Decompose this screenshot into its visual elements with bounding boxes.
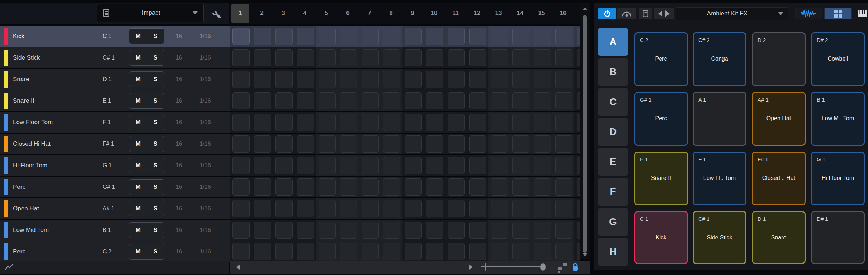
step-cell[interactable] <box>577 243 580 260</box>
mute-button[interactable]: M <box>129 201 147 216</box>
track-length[interactable]: 16 <box>171 90 187 111</box>
track-length[interactable]: 16 <box>171 241 187 262</box>
previous-preset-icon[interactable] <box>658 10 662 17</box>
step-cell[interactable] <box>340 178 357 196</box>
track-rate[interactable]: 1/16 <box>195 26 216 47</box>
step-cell[interactable] <box>275 28 293 45</box>
step-cell[interactable] <box>555 222 572 239</box>
step-cell[interactable] <box>469 200 486 217</box>
step-cell[interactable] <box>340 157 357 174</box>
step-cell[interactable] <box>555 114 572 131</box>
track-row[interactable]: KickC 1MS161/16 <box>0 26 230 47</box>
step-number-9[interactable]: 9 <box>402 3 423 24</box>
bank-button-H[interactable]: H <box>598 238 628 266</box>
step-cell[interactable] <box>254 28 271 45</box>
step-cell[interactable] <box>577 135 580 153</box>
step-number-2[interactable]: 2 <box>251 3 273 24</box>
track-length[interactable]: 16 <box>171 198 187 219</box>
step-cell[interactable] <box>232 71 250 88</box>
step-number-16[interactable]: 16 <box>552 3 574 24</box>
step-cell[interactable] <box>577 92 580 109</box>
track-rate[interactable]: 1/16 <box>195 220 216 241</box>
step-cell[interactable] <box>319 114 336 131</box>
pad-empty[interactable]: D 2 <box>752 32 806 86</box>
step-cell[interactable] <box>254 243 271 260</box>
step-cell[interactable] <box>491 92 508 109</box>
wrench-icon[interactable] <box>212 10 224 21</box>
step-cell[interactable] <box>340 92 357 109</box>
mute-button[interactable]: M <box>129 50 147 65</box>
solo-button[interactable]: S <box>147 115 164 130</box>
step-cell[interactable] <box>512 200 529 217</box>
step-cell[interactable] <box>512 135 529 153</box>
solo-button[interactable]: S <box>147 136 164 152</box>
power-button[interactable] <box>598 8 616 19</box>
step-cell[interactable] <box>340 135 357 153</box>
track-row[interactable]: Snare IIE 1MS161/16 <box>0 90 230 111</box>
step-cell[interactable] <box>405 28 422 45</box>
mute-button[interactable]: M <box>129 29 147 44</box>
step-cell[interactable] <box>448 178 465 196</box>
step-cell[interactable] <box>512 28 529 45</box>
step-cell[interactable] <box>512 243 529 260</box>
step-cell[interactable] <box>426 28 443 45</box>
step-cell[interactable] <box>232 222 250 239</box>
track-length[interactable]: 16 <box>171 47 187 68</box>
step-cell[interactable] <box>232 28 250 45</box>
step-cell[interactable] <box>534 157 551 174</box>
step-cell[interactable] <box>405 71 422 88</box>
step-cell[interactable] <box>362 243 379 260</box>
step-cell[interactable] <box>275 157 293 174</box>
step-cell[interactable] <box>448 222 465 239</box>
bank-button-F[interactable]: F <box>598 178 628 206</box>
step-cell[interactable] <box>232 49 250 66</box>
next-preset-icon[interactable] <box>665 10 670 17</box>
bank-button-C[interactable]: C <box>598 88 628 116</box>
step-cell[interactable] <box>319 157 336 174</box>
track-rate[interactable]: 1/16 <box>195 47 216 68</box>
pad-snare-ii[interactable]: E 1Snare II <box>634 152 688 205</box>
step-cell[interactable] <box>319 135 336 153</box>
step-cell[interactable] <box>405 114 422 131</box>
track-row[interactable]: Low Mid TomB 1MS161/16 <box>0 220 230 241</box>
step-cell[interactable] <box>577 114 580 131</box>
step-cell[interactable] <box>275 178 293 196</box>
step-number-5[interactable]: 5 <box>316 3 337 24</box>
step-cell[interactable] <box>448 92 465 109</box>
step-cell[interactable] <box>512 178 529 196</box>
pad-perc[interactable]: C 2Perc <box>634 32 688 86</box>
vertical-scrollbar-thumb[interactable] <box>583 15 587 253</box>
step-cell[interactable] <box>383 157 400 174</box>
pad-kick[interactable]: C 1Kick <box>634 211 688 264</box>
scroll-up-icon[interactable] <box>582 7 588 10</box>
track-length[interactable]: 16 <box>171 134 187 154</box>
step-cell[interactable] <box>448 157 465 174</box>
step-cell[interactable] <box>297 92 314 109</box>
step-cell[interactable] <box>405 243 422 260</box>
preset-file-button[interactable] <box>639 8 652 19</box>
step-cell[interactable] <box>512 71 529 88</box>
vertical-scrollbar[interactable] <box>580 3 590 259</box>
step-cell[interactable] <box>254 49 271 66</box>
step-cell[interactable] <box>534 243 551 260</box>
step-cell[interactable] <box>469 71 486 88</box>
step-cell[interactable] <box>383 28 400 45</box>
step-number-10[interactable]: 10 <box>423 3 445 24</box>
mute-button[interactable]: M <box>129 180 147 195</box>
track-rate[interactable]: 1/16 <box>195 69 216 90</box>
step-cell[interactable] <box>275 135 293 153</box>
step-cell[interactable] <box>555 243 572 260</box>
track-row[interactable]: PercG# 1MS161/16 <box>0 177 230 197</box>
step-cell[interactable] <box>254 92 271 109</box>
step-cell[interactable] <box>555 178 572 196</box>
step-cell[interactable] <box>297 178 314 196</box>
step-cell[interactable] <box>232 114 250 131</box>
keyboard-view-icon[interactable] <box>858 9 867 17</box>
step-cell[interactable] <box>577 178 580 196</box>
track-row[interactable]: Open HatA# 1MS161/16 <box>0 198 230 219</box>
step-cell[interactable] <box>426 135 443 153</box>
step-number-8[interactable]: 8 <box>380 3 402 24</box>
bank-button-G[interactable]: G <box>598 208 628 236</box>
step-size-icon[interactable] <box>558 262 569 273</box>
step-cell[interactable] <box>254 222 271 239</box>
